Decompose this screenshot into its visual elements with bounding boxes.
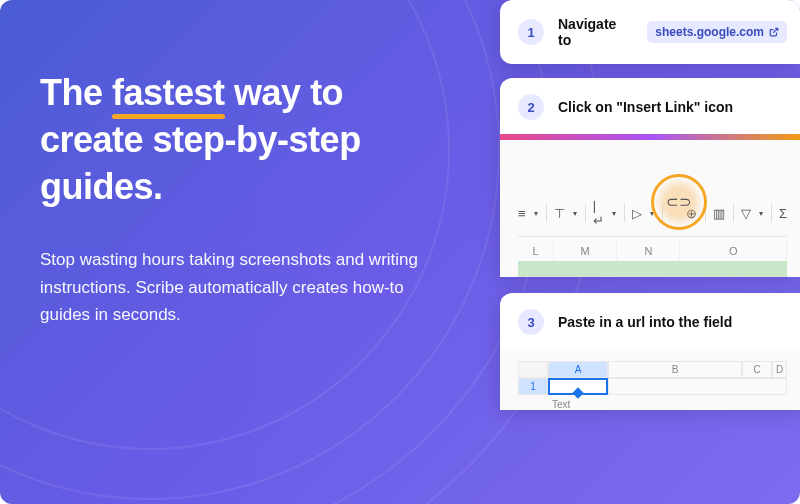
- col-header: N: [617, 241, 680, 261]
- wrap-icon: |↵: [593, 198, 604, 228]
- insert-link-icon[interactable]: ⊂⊃: [666, 193, 692, 211]
- chart-icon: ▥: [713, 206, 725, 221]
- step-cards: 1 Navigate to sheets.google.com 2 Click …: [500, 0, 800, 504]
- headline-underlined: fastest: [112, 70, 225, 117]
- sheet-preview: A B C D 1 Text: [500, 351, 800, 410]
- caret-icon: ▾: [534, 209, 538, 218]
- hero-text: The fastest way to create step-by-step g…: [40, 70, 440, 328]
- rotate-icon: ▷: [632, 206, 642, 221]
- headline: The fastest way to create step-by-step g…: [40, 70, 440, 210]
- step-label: Paste in a url into the field: [558, 314, 732, 330]
- subheadline: Stop wasting hours taking screenshots an…: [40, 246, 440, 328]
- caret-icon: ▾: [573, 209, 577, 218]
- external-link-icon: [769, 27, 779, 37]
- col-header: M: [554, 241, 617, 261]
- caret-icon: ▾: [759, 209, 763, 218]
- active-cell[interactable]: [548, 378, 608, 395]
- step-link-text: sheets.google.com: [655, 25, 764, 39]
- step-number-badge: 1: [518, 19, 544, 45]
- row-header: 1: [518, 378, 548, 395]
- col-header: L: [518, 241, 554, 261]
- col-header: C: [742, 361, 772, 378]
- text-hint-label: Text: [518, 395, 787, 410]
- step-link[interactable]: sheets.google.com: [647, 21, 787, 43]
- filter-icon: ▽: [741, 206, 751, 221]
- align-icon: ≡: [518, 206, 526, 221]
- col-header: B: [608, 361, 742, 378]
- step-card-3: 3 Paste in a url into the field A B C D …: [500, 293, 800, 410]
- step-card-2: 2 Click on "Insert Link" icon ≡▾ ⊤▾ |↵▾ …: [500, 78, 800, 277]
- sheet-corner: [518, 361, 548, 378]
- step-label: Click on "Insert Link" icon: [558, 99, 733, 115]
- sheet-row: [518, 261, 787, 277]
- cell: [608, 378, 787, 395]
- caret-icon: ▾: [612, 209, 616, 218]
- highlight-circle: ⊂⊃: [651, 174, 707, 230]
- functions-icon: Σ: [779, 206, 787, 221]
- valign-icon: ⊤: [554, 206, 565, 221]
- hero-container: The fastest way to create step-by-step g…: [0, 0, 800, 504]
- col-header: A: [548, 361, 608, 378]
- step-card-1: 1 Navigate to sheets.google.com: [500, 0, 800, 64]
- step-number-badge: 3: [518, 309, 544, 335]
- col-header: O: [680, 241, 787, 261]
- headline-prefix: The: [40, 72, 112, 113]
- step-number-badge: 2: [518, 94, 544, 120]
- column-headers: L M N O: [518, 241, 787, 261]
- toolbar-preview: ≡▾ ⊤▾ |↵▾ ▷▾ ⊂⊃ ⊕ ▥ ▽▾: [500, 140, 800, 277]
- svg-line-0: [773, 28, 778, 33]
- col-header: D: [772, 361, 787, 378]
- step-label: Navigate to: [558, 16, 633, 48]
